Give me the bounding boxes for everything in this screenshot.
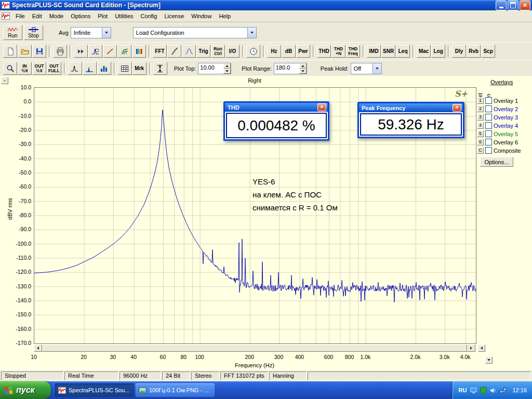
button-pwr[interactable]: Pwr — [296, 45, 310, 58]
thd-window-titlebar[interactable]: THD × — [225, 103, 328, 112]
overlay-on-checkbox-4[interactable] — [485, 122, 492, 129]
curve-fill-button[interactable] — [83, 62, 97, 75]
overlay-set-button-1[interactable]: 1 — [477, 97, 484, 104]
peak-window-titlebar[interactable]: Peak Frequency × — [359, 103, 463, 112]
peak-frequency-window[interactable]: Peak Frequency × 59.326 Hz — [357, 102, 464, 138]
button-out-full[interactable]: OUT FULL — [47, 62, 61, 75]
button-rvb[interactable]: Rvb — [467, 45, 481, 58]
button-out-½x[interactable]: OUT ½X — [32, 62, 46, 75]
avg-combobox[interactable]: Infinite — [71, 27, 111, 38]
restore-button[interactable] — [508, 1, 518, 10]
start-button[interactable]: пуск — [0, 381, 51, 399]
button-snr[interactable]: SNR — [381, 45, 395, 58]
plot-h-scrollbar[interactable] — [34, 344, 475, 352]
overlay-on-checkbox-6[interactable] — [485, 139, 492, 145]
open-folder-button[interactable] — [18, 45, 32, 58]
network-icon[interactable] — [499, 387, 507, 394]
curve-peak-button[interactable] — [68, 62, 82, 75]
plot-corner-button-1[interactable] — [478, 344, 485, 352]
close-button[interactable]: × — [520, 1, 530, 10]
overlay-set-button-C[interactable]: C — [477, 147, 484, 154]
print-button[interactable] — [53, 45, 67, 58]
chevron-down-icon[interactable] — [373, 63, 381, 74]
plot-top-input[interactable]: 10.00 — [198, 63, 231, 74]
button-db[interactable]: dB — [282, 45, 296, 58]
table-button[interactable] — [118, 62, 132, 75]
fast-forward-button[interactable] — [74, 45, 88, 58]
menu-edit[interactable]: Edit — [29, 11, 46, 21]
overlay-set-button-2[interactable]: 2 — [477, 105, 484, 112]
thd-window[interactable]: THD × 0.000482 % — [223, 101, 329, 141]
spectrogram-button[interactable] — [132, 45, 146, 58]
menu-file[interactable]: File — [12, 11, 29, 21]
button-thd-freq[interactable]: THD Freq — [346, 45, 360, 58]
menu-license[interactable]: License — [161, 11, 188, 21]
button-leq[interactable]: Leq — [396, 45, 410, 58]
chevron-down-icon[interactable] — [102, 28, 111, 38]
clock-button[interactable] — [246, 45, 260, 58]
surface-button[interactable] — [117, 45, 131, 58]
plot-range-spin-up[interactable] — [299, 63, 307, 69]
volume-icon[interactable] — [489, 387, 497, 394]
menu-options[interactable]: Options — [67, 11, 94, 21]
plot-corner-button-2[interactable] — [485, 356, 493, 364]
overlay-on-checkbox-C[interactable] — [485, 147, 492, 154]
menu-utilities[interactable]: Utilities — [111, 11, 137, 21]
button-scp[interactable]: Scp — [481, 45, 495, 58]
stairs-button[interactable] — [167, 45, 181, 58]
spectrum-zoom-button[interactable] — [88, 45, 102, 58]
bars-button[interactable] — [97, 62, 111, 75]
button-mrk[interactable]: Mrk — [132, 62, 147, 75]
button-mac[interactable]: Mac — [417, 45, 431, 58]
plot-range-spin-down[interactable] — [299, 69, 307, 74]
overlay-set-button-3[interactable]: 3 — [477, 114, 484, 121]
scroll-left-button[interactable] — [34, 344, 42, 352]
collapse-plot-button[interactable]: − — [1, 77, 8, 84]
run-button[interactable]: Run — [3, 25, 22, 40]
overlay-set-button-6[interactable]: 6 — [477, 139, 484, 145]
slope-button[interactable] — [103, 45, 117, 58]
overlay-set-button-5[interactable]: 5 — [477, 130, 484, 137]
button-log[interactable]: Log — [431, 45, 445, 58]
button-in-½x[interactable]: IN ½X — [18, 62, 32, 75]
thd-close-button[interactable]: × — [317, 103, 326, 111]
overlay-on-checkbox-2[interactable] — [485, 105, 492, 112]
vrange-button[interactable] — [153, 62, 167, 75]
peak-close-button[interactable]: × — [453, 104, 461, 112]
plot-top-spin-up[interactable] — [223, 63, 231, 69]
magnifier-button[interactable] — [3, 62, 17, 75]
button-run-ctrl[interactable]: Run Ctrl — [211, 45, 225, 58]
overlays-options-button[interactable]: Options... — [480, 157, 513, 167]
button-dly[interactable]: Dly — [452, 45, 466, 58]
stop-button[interactable]: Stop — [24, 25, 43, 40]
scroll-right-button[interactable] — [467, 344, 475, 352]
language-indicator[interactable]: RU — [459, 387, 467, 393]
peak-hold-combobox[interactable]: Off — [351, 63, 382, 74]
button-imd[interactable]: IMD — [367, 45, 381, 58]
overlay-on-checkbox-1[interactable] — [485, 97, 492, 104]
minimize-button[interactable] — [496, 1, 507, 10]
load-configuration-combobox[interactable]: Load Configuration — [133, 27, 257, 38]
shield-icon[interactable] — [480, 387, 487, 394]
scrollbar-thumb[interactable] — [42, 344, 467, 352]
overlay-on-checkbox-5[interactable] — [485, 130, 492, 137]
plot-top-spin-down[interactable] — [223, 69, 231, 74]
display-icon[interactable] — [470, 387, 477, 394]
menu-window[interactable]: Window — [188, 11, 215, 21]
button-thd-n[interactable]: THD +N — [331, 45, 345, 58]
bell-button[interactable] — [182, 45, 196, 58]
menu-mode[interactable]: Mode — [46, 11, 68, 21]
menu-plot[interactable]: Plot — [94, 11, 111, 21]
taskbar-task-1[interactable]: SpectraPLUS-SC Sou... — [55, 383, 134, 397]
button-thd[interactable]: THD — [317, 45, 331, 58]
menu-config[interactable]: Config — [137, 11, 161, 21]
overlay-set-button-4[interactable]: 4 — [477, 122, 484, 129]
taskbar-task-2[interactable]: 100Гц-0.1 Ом.PNG - ... — [136, 383, 215, 397]
overlay-on-checkbox-3[interactable] — [485, 114, 492, 121]
plot-range-input[interactable]: 180.0 — [274, 63, 307, 74]
button-i-o[interactable]: I/O — [225, 45, 240, 58]
menu-help[interactable]: Help — [215, 11, 234, 21]
save-button[interactable] — [32, 45, 46, 58]
button-fft[interactable]: FFT — [153, 45, 167, 58]
button-hz[interactable]: Hz — [267, 45, 281, 58]
